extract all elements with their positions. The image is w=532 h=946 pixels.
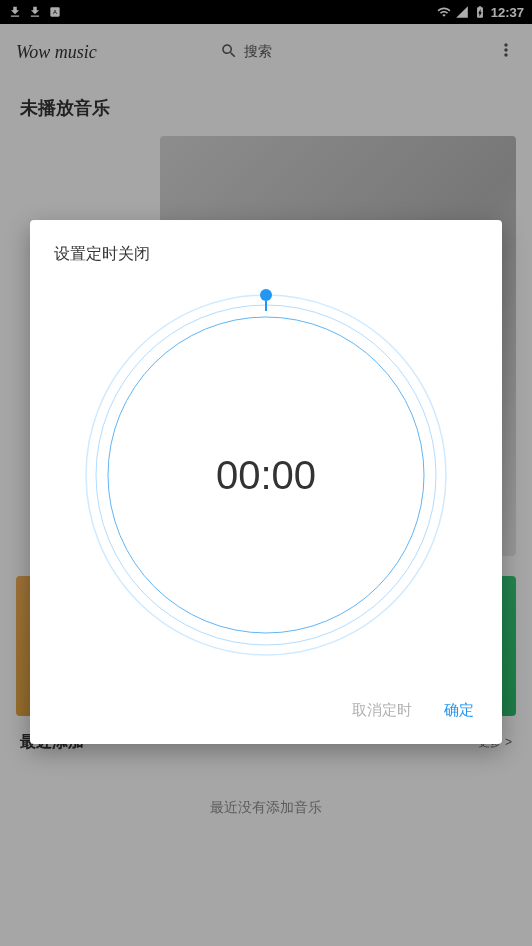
svg-point-5 [260, 289, 272, 301]
cancel-timer-button[interactable]: 取消定时 [348, 693, 416, 728]
sleep-timer-dialog: 设置定时关闭 00:00 取消定时 确定 [30, 220, 502, 744]
dialog-title: 设置定时关闭 [54, 244, 478, 265]
dialog-actions: 取消定时 确定 [54, 685, 478, 728]
confirm-button[interactable]: 确定 [440, 693, 478, 728]
timer-value: 00:00 [216, 453, 316, 498]
timer-dial[interactable]: 00:00 [76, 285, 456, 665]
